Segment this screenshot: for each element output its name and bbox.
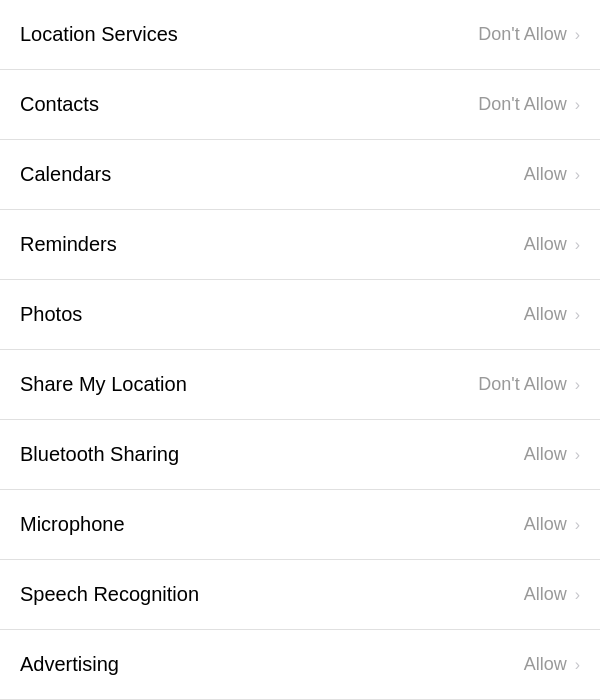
value-advertising: Allow bbox=[524, 654, 567, 675]
settings-list: Location ServicesDon't Allow›ContactsDon… bbox=[0, 0, 600, 700]
chevron-icon-contacts: › bbox=[575, 96, 580, 114]
settings-row-contacts[interactable]: ContactsDon't Allow› bbox=[0, 70, 600, 140]
value-calendars: Allow bbox=[524, 164, 567, 185]
row-right-share-my-location: Don't Allow› bbox=[478, 374, 580, 395]
label-photos: Photos bbox=[20, 303, 82, 326]
row-right-photos: Allow› bbox=[524, 304, 580, 325]
label-contacts: Contacts bbox=[20, 93, 99, 116]
row-right-reminders: Allow› bbox=[524, 234, 580, 255]
settings-row-speech-recognition[interactable]: Speech RecognitionAllow› bbox=[0, 560, 600, 630]
settings-row-calendars[interactable]: CalendarsAllow› bbox=[0, 140, 600, 210]
value-bluetooth-sharing: Allow bbox=[524, 444, 567, 465]
label-speech-recognition: Speech Recognition bbox=[20, 583, 199, 606]
settings-row-location-services[interactable]: Location ServicesDon't Allow› bbox=[0, 0, 600, 70]
value-contacts: Don't Allow bbox=[478, 94, 566, 115]
row-right-contacts: Don't Allow› bbox=[478, 94, 580, 115]
label-calendars: Calendars bbox=[20, 163, 111, 186]
row-right-location-services: Don't Allow› bbox=[478, 24, 580, 45]
chevron-icon-microphone: › bbox=[575, 516, 580, 534]
label-advertising: Advertising bbox=[20, 653, 119, 676]
settings-row-bluetooth-sharing[interactable]: Bluetooth SharingAllow› bbox=[0, 420, 600, 490]
chevron-icon-location-services: › bbox=[575, 26, 580, 44]
chevron-icon-share-my-location: › bbox=[575, 376, 580, 394]
value-reminders: Allow bbox=[524, 234, 567, 255]
settings-row-microphone[interactable]: MicrophoneAllow› bbox=[0, 490, 600, 560]
row-right-speech-recognition: Allow› bbox=[524, 584, 580, 605]
label-bluetooth-sharing: Bluetooth Sharing bbox=[20, 443, 179, 466]
label-location-services: Location Services bbox=[20, 23, 178, 46]
settings-row-advertising[interactable]: AdvertisingAllow› bbox=[0, 630, 600, 700]
value-photos: Allow bbox=[524, 304, 567, 325]
settings-row-reminders[interactable]: RemindersAllow› bbox=[0, 210, 600, 280]
row-right-calendars: Allow› bbox=[524, 164, 580, 185]
label-share-my-location: Share My Location bbox=[20, 373, 187, 396]
chevron-icon-bluetooth-sharing: › bbox=[575, 446, 580, 464]
value-speech-recognition: Allow bbox=[524, 584, 567, 605]
chevron-icon-speech-recognition: › bbox=[575, 586, 580, 604]
chevron-icon-photos: › bbox=[575, 306, 580, 324]
chevron-icon-calendars: › bbox=[575, 166, 580, 184]
settings-row-photos[interactable]: PhotosAllow› bbox=[0, 280, 600, 350]
row-right-advertising: Allow› bbox=[524, 654, 580, 675]
row-right-bluetooth-sharing: Allow› bbox=[524, 444, 580, 465]
chevron-icon-advertising: › bbox=[575, 656, 580, 674]
row-right-microphone: Allow› bbox=[524, 514, 580, 535]
label-microphone: Microphone bbox=[20, 513, 125, 536]
value-share-my-location: Don't Allow bbox=[478, 374, 566, 395]
label-reminders: Reminders bbox=[20, 233, 117, 256]
value-microphone: Allow bbox=[524, 514, 567, 535]
settings-row-share-my-location[interactable]: Share My LocationDon't Allow› bbox=[0, 350, 600, 420]
chevron-icon-reminders: › bbox=[575, 236, 580, 254]
value-location-services: Don't Allow bbox=[478, 24, 566, 45]
